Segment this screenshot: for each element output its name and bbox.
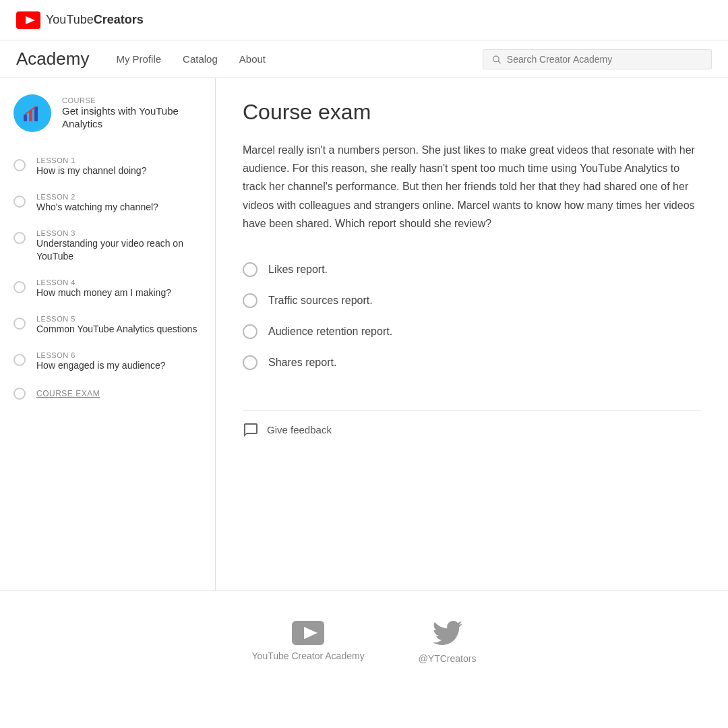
footer-twitter-item[interactable]: @YTCreators <box>419 618 477 664</box>
lesson-name-2: Who's watching my channel? <box>36 201 158 213</box>
lesson-dot-2 <box>13 195 26 208</box>
feedback-icon <box>243 422 259 438</box>
svg-rect-6 <box>34 107 38 121</box>
lesson-text-2: LESSON 2 Who's watching my channel? <box>36 193 158 213</box>
option-likes[interactable]: Likes report. <box>243 254 701 285</box>
lesson-dot-6 <box>13 354 26 366</box>
search-bar[interactable] <box>483 49 712 69</box>
logo-text: YouTubeCreators <box>46 13 144 27</box>
footer-youtube-label: YouTube Creator Academy <box>252 650 365 661</box>
course-exam-label: COURSE EXAM <box>36 389 100 398</box>
option-label-audience: Audience retention report. <box>268 326 392 338</box>
lesson-name-1: How is my channel doing? <box>36 164 146 177</box>
lesson-label-3: LESSON 3 <box>36 229 202 237</box>
nav-links: My Profile Catalog About <box>116 53 483 65</box>
lesson-item-3[interactable]: LESSON 3 Understanding your video reach … <box>0 221 215 270</box>
svg-rect-5 <box>29 111 32 121</box>
nav-about[interactable]: About <box>239 53 266 65</box>
content-area: Course exam Marcel really isn't a number… <box>216 78 728 590</box>
lesson-item-5[interactable]: LESSON 5 Common YouTube Analytics questi… <box>0 307 215 343</box>
lesson-text-1: LESSON 1 How is my channel doing? <box>36 156 146 177</box>
feedback-text: Give feedback <box>267 424 332 435</box>
option-traffic[interactable]: Traffic sources report. <box>243 285 701 316</box>
footer: YouTube Creator Academy @YTCreators <box>0 590 728 691</box>
lesson-text-4: LESSON 4 How much money am I making? <box>36 278 171 299</box>
lesson-label-1: LESSON 1 <box>36 156 146 164</box>
lesson-item-1[interactable]: LESSON 1 How is my channel doing? <box>0 148 215 185</box>
nav-my-profile[interactable]: My Profile <box>116 53 161 65</box>
lesson-text-3: LESSON 3 Understanding your video reach … <box>36 229 202 262</box>
academy-title: Academy <box>16 49 89 69</box>
option-label-shares: Shares report. <box>268 357 336 369</box>
lesson-dot-5 <box>13 317 26 330</box>
main-layout: COURSE Get insights with YouTube Analyti… <box>0 78 728 590</box>
exam-description: Marcel really isn't a numbers person. Sh… <box>243 141 701 233</box>
search-icon <box>491 54 502 65</box>
options-list: Likes report. Traffic sources report. Au… <box>243 254 701 378</box>
analytics-icon <box>22 102 43 124</box>
site-header: YouTubeCreators <box>0 0 728 40</box>
option-label-traffic: Traffic sources report. <box>268 295 373 307</box>
lesson-name-5: Common YouTube Analytics questions <box>36 323 197 335</box>
nav-bar: Academy My Profile Catalog About <box>0 40 728 78</box>
lesson-text-6: LESSON 6 How engaged is my audience? <box>36 351 165 371</box>
option-shares[interactable]: Shares report. <box>243 347 701 378</box>
option-label-likes: Likes report. <box>268 264 328 276</box>
lesson-label-6: LESSON 6 <box>36 351 165 359</box>
course-header: COURSE Get insights with YouTube Analyti… <box>0 94 215 148</box>
search-input[interactable] <box>507 54 703 65</box>
svg-rect-4 <box>24 115 27 121</box>
course-icon <box>13 94 51 132</box>
lesson-name-3: Understanding your video reach on YouTub… <box>36 237 202 262</box>
lesson-item-4[interactable]: LESSON 4 How much money am I making? <box>0 270 215 307</box>
footer-twitter-label: @YTCreators <box>419 653 477 664</box>
radio-audience <box>243 324 257 339</box>
footer-youtube-item[interactable]: YouTube Creator Academy <box>252 621 365 661</box>
exam-title: Course exam <box>243 100 701 125</box>
footer-twitter-icon <box>433 618 462 648</box>
lesson-name-4: How much money am I making? <box>36 286 171 299</box>
lesson-item-2[interactable]: LESSON 2 Who's watching my channel? <box>0 185 215 221</box>
radio-traffic <box>243 293 257 308</box>
youtube-logo-icon <box>16 11 40 29</box>
youtube-logo[interactable]: YouTubeCreators <box>16 11 144 29</box>
course-title-group: COURSE Get insights with YouTube Analyti… <box>62 96 202 131</box>
lesson-text-5: LESSON 5 Common YouTube Analytics questi… <box>36 315 197 335</box>
radio-likes <box>243 262 257 277</box>
course-label: COURSE <box>62 96 202 104</box>
option-audience[interactable]: Audience retention report. <box>243 316 701 347</box>
nav-catalog[interactable]: Catalog <box>183 53 218 65</box>
lesson-item-6[interactable]: LESSON 6 How engaged is my audience? <box>0 343 215 380</box>
lesson-label-4: LESSON 4 <box>36 278 171 286</box>
svg-line-3 <box>498 61 500 63</box>
lesson-label-2: LESSON 2 <box>36 193 158 201</box>
radio-shares <box>243 355 257 370</box>
feedback-section[interactable]: Give feedback <box>243 411 701 449</box>
lesson-dot-3 <box>13 232 26 244</box>
lesson-list: LESSON 1 How is my channel doing? LESSON… <box>0 148 215 380</box>
svg-point-2 <box>493 56 499 62</box>
lesson-dot-4 <box>13 281 26 293</box>
sidebar: COURSE Get insights with YouTube Analyti… <box>0 78 216 590</box>
exam-dot <box>13 388 26 400</box>
lesson-name-6: How engaged is my audience? <box>36 359 165 371</box>
footer-youtube-icon <box>292 621 324 645</box>
course-exam-item[interactable]: COURSE EXAM <box>0 380 215 408</box>
lesson-label-5: LESSON 5 <box>36 315 197 323</box>
course-name: Get insights with YouTube Analytics <box>62 104 202 131</box>
lesson-dot-1 <box>13 159 26 171</box>
